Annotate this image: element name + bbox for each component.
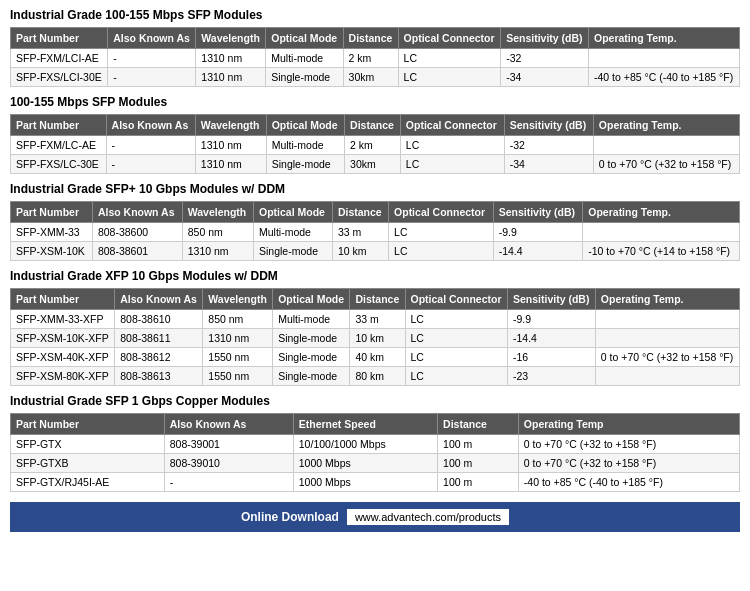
cell-operating_temp: 0 to +70 °C (+32 to +158 °F) [518,454,739,473]
table-row: SFP-XMM-33808-38600850 nmMulti-mode33 mL… [11,223,740,242]
cell-part_number: SFP-XSM-10K-XFP [11,329,115,348]
table-row: SFP-FXS/LC-30E-1310 nmSingle-mode30kmLC-… [11,155,740,174]
cell-part_number: SFP-GTXB [11,454,165,473]
col-header: Operating Temp [518,414,739,435]
cell-sensitivity: -9.9 [507,310,595,329]
col-header: Wavelength [182,202,253,223]
table-row: SFP-XMM-33-XFP808-38610850 nmMulti-mode3… [11,310,740,329]
col-header: Part Number [11,202,93,223]
cell-wavelength: 1310 nm [195,155,266,174]
cell-optical_mode: Multi-mode [266,136,344,155]
section-title-industrial-sfp-100-155: Industrial Grade 100-155 Mbps SFP Module… [10,8,740,22]
cell-wavelength: 1550 nm [203,348,273,367]
col-header: Wavelength [196,28,266,49]
cell-ethernet_speed: 1000 Mbps [293,473,437,492]
cell-operating_temp [589,49,740,68]
cell-ethernet_speed: 10/100/1000 Mbps [293,435,437,454]
cell-part_number: SFP-FXS/LC-30E [11,155,107,174]
col-header: Distance [438,414,519,435]
cell-optical_connector: LC [405,310,507,329]
table-row: SFP-GTX808-3900110/100/1000 Mbps100 m0 t… [11,435,740,454]
cell-operating_temp [583,223,740,242]
table-row: SFP-XSM-80K-XFP808-386131550 nmSingle-mo… [11,367,740,386]
table-row: SFP-FXM/LC-AE-1310 nmMulti-mode2 kmLC-32 [11,136,740,155]
cell-optical_connector: LC [405,348,507,367]
cell-distance: 10 km [350,329,405,348]
cell-optical_mode: Single-mode [254,242,333,261]
col-header: Ethernet Speed [293,414,437,435]
cell-wavelength: 850 nm [182,223,253,242]
cell-distance: 33 m [332,223,388,242]
col-header: Optical Connector [389,202,494,223]
table-row: SFP-XSM-10K808-386011310 nmSingle-mode10… [11,242,740,261]
cell-sensitivity: -34 [504,155,593,174]
cell-optical_connector: LC [389,223,494,242]
cell-distance: 10 km [332,242,388,261]
cell-optical_connector: LC [398,68,501,87]
cell-wavelength: 1310 nm [196,68,266,87]
cell-also_known_as: 808-38611 [115,329,203,348]
cell-operating_temp: 0 to +70 °C (+32 to +158 °F) [593,155,739,174]
cell-distance: 2 km [343,49,398,68]
col-header: Also Known As [92,202,182,223]
col-header: Optical Connector [400,115,504,136]
cell-wavelength: 850 nm [203,310,273,329]
cell-also_known_as: 808-38610 [115,310,203,329]
footer-bar: Online Download www.advantech.com/produc… [10,502,740,532]
cell-sensitivity: -14.4 [507,329,595,348]
cell-also_known_as: 808-38613 [115,367,203,386]
cell-wavelength: 1310 nm [182,242,253,261]
cell-wavelength: 1310 nm [203,329,273,348]
cell-ethernet_speed: 1000 Mbps [293,454,437,473]
cell-part_number: SFP-FXS/LCI-30E [11,68,108,87]
cell-also_known_as: 808-38612 [115,348,203,367]
cell-sensitivity: -16 [507,348,595,367]
cell-sensitivity: -23 [507,367,595,386]
cell-part_number: SFP-GTX/RJ45I-AE [11,473,165,492]
section-title-sfp-1gbps-copper: Industrial Grade SFP 1 Gbps Copper Modul… [10,394,740,408]
cell-optical_mode: Single-mode [266,155,344,174]
cell-distance: 33 m [350,310,405,329]
cell-sensitivity: -34 [501,68,589,87]
cell-wavelength: 1310 nm [195,136,266,155]
col-header: Optical Mode [254,202,333,223]
cell-also_known_as: - [164,473,293,492]
col-header: Operating Temp. [595,289,739,310]
table-row: SFP-FXS/LCI-30E-1310 nmSingle-mode30kmLC… [11,68,740,87]
cell-optical_connector: LC [400,136,504,155]
section-title-sfp-plus-10gbps: Industrial Grade SFP+ 10 Gbps Modules w/… [10,182,740,196]
col-header: Sensitivity (dB) [504,115,593,136]
cell-optical_connector: LC [398,49,501,68]
col-header: Optical Connector [398,28,501,49]
col-header: Optical Connector [405,289,507,310]
col-header: Wavelength [203,289,273,310]
col-header: Distance [332,202,388,223]
cell-part_number: SFP-GTX [11,435,165,454]
cell-optical_mode: Single-mode [273,348,350,367]
cell-sensitivity: -32 [504,136,593,155]
cell-part_number: SFP-XMM-33 [11,223,93,242]
table-sfp-100-155: Part NumberAlso Known AsWavelengthOptica… [10,114,740,174]
section-title-xfp-10gbps: Industrial Grade XFP 10 Gbps Modules w/ … [10,269,740,283]
cell-optical_connector: LC [389,242,494,261]
cell-wavelength: 1550 nm [203,367,273,386]
table-row: SFP-GTX/RJ45I-AE-1000 Mbps100 m-40 to +8… [11,473,740,492]
cell-also_known_as: 808-39010 [164,454,293,473]
footer-label: Online Download [241,510,339,524]
cell-part_number: SFP-XSM-80K-XFP [11,367,115,386]
table-row: SFP-XSM-10K-XFP808-386111310 nmSingle-mo… [11,329,740,348]
col-header: Operating Temp. [593,115,739,136]
table-xfp-10gbps: Part NumberAlso Known AsWavelengthOptica… [10,288,740,386]
cell-also_known_as: - [106,155,195,174]
col-header: Also Known As [106,115,195,136]
col-header: Operating Temp. [583,202,740,223]
cell-optical_mode: Multi-mode [266,49,343,68]
cell-distance: 100 m [438,473,519,492]
footer-url[interactable]: www.advantech.com/products [347,509,509,525]
cell-distance: 80 km [350,367,405,386]
col-header: Sensitivity (dB) [501,28,589,49]
col-header: Part Number [11,414,165,435]
cell-part_number: SFP-FXM/LC-AE [11,136,107,155]
cell-optical_mode: Multi-mode [254,223,333,242]
col-header: Part Number [11,28,108,49]
